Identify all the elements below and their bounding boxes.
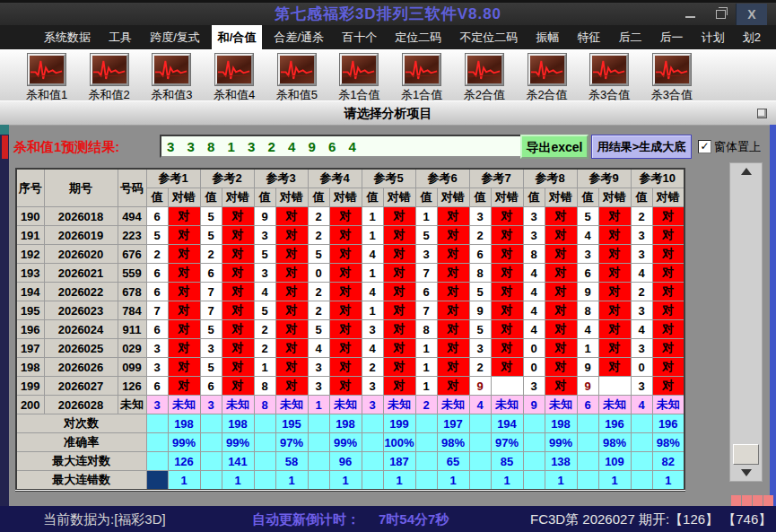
summary-spacer-cell[interactable] — [362, 414, 383, 433]
menu-item-特征[interactable]: 特征 — [571, 25, 606, 49]
toolbar-button-杀2合值-8[interactable]: 杀2合值 — [459, 54, 510, 103]
cell-value[interactable]: 6 — [146, 283, 168, 301]
cell-result[interactable]: 对 — [598, 245, 631, 264]
cell-result[interactable]: 对 — [222, 301, 254, 320]
cell-value[interactable]: 9 — [577, 377, 598, 396]
summary-spacer-cell[interactable] — [200, 452, 222, 471]
cell-result[interactable]: 对 — [652, 339, 684, 358]
cell-value[interactable]: 5 — [308, 320, 329, 339]
cell-value[interactable]: 2 — [362, 358, 383, 377]
cell-result[interactable]: 对 — [275, 283, 308, 301]
cell-value[interactable]: 2 — [308, 283, 329, 301]
cell-value[interactable]: 4 — [577, 226, 598, 245]
summary-spacer-cell[interactable] — [254, 452, 275, 471]
summary-value[interactable]: 1 — [383, 471, 415, 491]
cell-result[interactable]: 对 — [222, 283, 254, 301]
summary-value[interactable]: 141 — [222, 452, 254, 471]
cell-value[interactable]: 4 — [362, 339, 383, 358]
summary-value[interactable]: 197 — [437, 414, 469, 433]
cell-result[interactable]: 对 — [652, 264, 684, 283]
menu-item-划2[interactable]: 划2 — [737, 25, 767, 49]
cell-value[interactable]: 3 — [146, 358, 168, 377]
cell-value[interactable]: 6 — [415, 283, 437, 301]
cell-result[interactable]: 对 — [383, 264, 415, 283]
summary-spacer-cell[interactable] — [469, 452, 491, 471]
summary-spacer-cell[interactable] — [577, 471, 598, 491]
cell-value[interactable]: 3 — [631, 377, 652, 396]
cell-value[interactable]: 3 — [308, 358, 329, 377]
summary-value[interactable]: 198 — [222, 414, 254, 433]
cell-value[interactable]: 8 — [523, 245, 545, 264]
cell-value[interactable]: 8 — [469, 264, 491, 283]
summary-value[interactable]: 82 — [652, 452, 684, 471]
cell-result[interactable]: 对 — [168, 377, 200, 396]
cell-value[interactable]: 4 — [631, 320, 652, 339]
cell-value[interactable]: 5 — [200, 320, 222, 339]
cell-value[interactable]: 1 — [415, 207, 437, 226]
cell-result[interactable]: 对 — [222, 264, 254, 283]
cell-result[interactable]: 对 — [329, 320, 362, 339]
cell-value[interactable]: 9 — [254, 207, 275, 226]
summary-spacer-cell[interactable] — [631, 452, 652, 471]
summary-value[interactable]: 65 — [437, 452, 469, 471]
cell-result[interactable] — [598, 377, 631, 396]
summary-spacer-cell[interactable] — [200, 414, 222, 433]
summary-value[interactable]: 98% — [598, 433, 631, 452]
cell-result[interactable]: 对 — [437, 358, 469, 377]
menu-item-合差/通杀[interactable]: 合差/通杀 — [268, 25, 331, 49]
summary-value[interactable]: 97% — [275, 433, 308, 452]
cell-value[interactable]: 2 — [308, 301, 329, 320]
cell-value[interactable]: 7 — [415, 264, 437, 283]
cell-result[interactable]: 对 — [437, 245, 469, 264]
cell-result[interactable]: 对 — [275, 245, 308, 264]
cell-result[interactable]: 对 — [329, 264, 362, 283]
cell-value[interactable]: 3 — [469, 339, 491, 358]
summary-spacer-cell[interactable] — [577, 433, 598, 452]
summary-value[interactable]: 196 — [652, 414, 684, 433]
summary-value[interactable]: 126 — [168, 452, 200, 471]
cell-value[interactable]: 5 — [577, 207, 598, 226]
menu-item-后一[interactable]: 后一 — [654, 25, 690, 49]
cell-result[interactable]: 对 — [222, 358, 254, 377]
cell-result[interactable]: 对 — [275, 301, 308, 320]
cell-value[interactable]: 0 — [631, 358, 652, 377]
cell-value[interactable]: 0 — [523, 339, 545, 358]
cell-result[interactable]: 对 — [168, 301, 200, 320]
cell-result[interactable]: 对 — [437, 283, 469, 301]
toolbar-button-杀和值5-5[interactable]: 杀和值5 — [272, 54, 322, 103]
cell-value[interactable]: 2 — [200, 245, 222, 264]
cell-value[interactable]: 3 — [523, 377, 545, 396]
summary-value[interactable]: 199 — [383, 414, 415, 433]
cell-result[interactable]: 对 — [437, 264, 469, 283]
cell-value[interactable]: 1 — [415, 339, 437, 358]
cell-result[interactable]: 对 — [598, 358, 631, 377]
summary-spacer-cell[interactable] — [631, 433, 652, 452]
summary-spacer-cell[interactable] — [523, 452, 545, 471]
cell-value[interactable]: 2 — [254, 339, 275, 358]
cell-result[interactable]: 对 — [598, 301, 631, 320]
cell-result[interactable]: 对 — [168, 320, 200, 339]
cell-result[interactable]: 对 — [329, 226, 362, 245]
cell-value[interactable]: 8 — [254, 377, 275, 396]
summary-spacer-cell[interactable] — [631, 471, 652, 491]
cell-result[interactable]: 未知 — [383, 396, 415, 414]
cell-result[interactable]: 对 — [168, 226, 200, 245]
cell-result[interactable]: 对 — [652, 283, 684, 301]
cell-result[interactable]: 对 — [491, 320, 523, 339]
cell-value[interactable]: 3 — [577, 245, 598, 264]
cell-result[interactable]: 对 — [545, 339, 577, 358]
summary-spacer-cell[interactable] — [415, 452, 437, 471]
cell-result[interactable]: 对 — [275, 264, 308, 283]
cell-result[interactable]: 对 — [652, 377, 684, 396]
cell-value[interactable]: 4 — [362, 283, 383, 301]
summary-value[interactable]: 99% — [222, 433, 254, 452]
cell-value[interactable]: 5 — [254, 301, 275, 320]
cell-result[interactable]: 对 — [545, 301, 577, 320]
cell-result[interactable]: 对 — [491, 226, 523, 245]
cell-value[interactable]: 2 — [631, 207, 652, 226]
cell-result[interactable] — [491, 377, 523, 396]
summary-spacer-cell[interactable] — [469, 471, 491, 491]
summary-value[interactable]: 198 — [545, 414, 577, 433]
cell-value[interactable]: 3 — [200, 396, 222, 414]
cell-result[interactable]: 对 — [545, 320, 577, 339]
